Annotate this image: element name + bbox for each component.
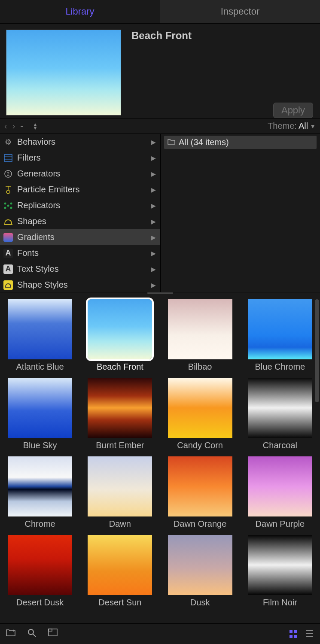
gradient-swatch	[8, 299, 72, 359]
gradient-tile-candy-corn[interactable]: Candy Corn	[165, 378, 236, 450]
category-column: ⚙Behaviors▶Filters▶2Generators▶Particle …	[0, 134, 161, 292]
window-icon[interactable]	[48, 629, 58, 639]
category-label: Replicators	[17, 200, 60, 210]
gradient-label: Desert Sun	[84, 598, 155, 608]
subfolder-label: All (34 items)	[179, 137, 229, 147]
gradient-label: Dawn Purple	[244, 519, 316, 529]
shape-style-icon	[3, 279, 14, 291]
top-tabs: Library Inspector	[0, 0, 320, 24]
gradient-swatch	[248, 299, 312, 359]
gradient-tile-charcoal[interactable]: Charcoal	[244, 378, 316, 450]
path-bar: ‹ › - ▲▼ Theme: All ▼	[0, 118, 320, 134]
gradient-label: Bilbao	[165, 362, 236, 372]
chevron-down-icon[interactable]: ▼	[310, 123, 316, 130]
svg-point-10	[4, 207, 6, 209]
category-text-styles[interactable]: AText Styles▶	[0, 261, 160, 277]
gradient-tile-bilbao[interactable]: Bilbao	[165, 299, 236, 372]
replicator-icon	[3, 200, 14, 211]
gradient-swatch	[88, 535, 152, 595]
category-label: Shape Styles	[17, 280, 68, 290]
chevron-right-icon: ▶	[151, 186, 156, 193]
filmstrip-icon	[3, 152, 14, 164]
chevron-right-icon: ▶	[151, 155, 156, 161]
path-stepper[interactable]: ▲▼	[33, 123, 38, 130]
search-icon[interactable]	[27, 629, 36, 639]
gradient-tile-blue-sky[interactable]: Blue Sky	[4, 378, 76, 450]
tab-library[interactable]: Library	[0, 0, 160, 23]
gradient-swatch	[248, 456, 312, 516]
svg-point-11	[10, 207, 12, 209]
gradient-tile-burnt-ember[interactable]: Burnt Ember	[84, 378, 155, 450]
chevron-right-icon: ▶	[151, 266, 156, 273]
theme-dropdown[interactable]: All	[299, 121, 308, 131]
gradient-label: Candy Corn	[165, 440, 236, 450]
grid-view-icon[interactable]	[289, 630, 298, 638]
list-view-icon[interactable]: ☰	[305, 629, 314, 640]
gradient-swatch	[168, 535, 232, 595]
gradient-tile-dusk[interactable]: Dusk	[165, 535, 236, 608]
gradient-label: Charcoal	[244, 440, 316, 450]
gradient-tile-desert-dusk[interactable]: Desert Dusk	[4, 535, 76, 608]
chevron-right-icon: ▶	[151, 234, 156, 241]
gradient-swatch	[168, 456, 232, 516]
gradient-swatch	[88, 299, 152, 359]
new-folder-icon[interactable]: +	[6, 629, 15, 639]
gradient-swatch	[88, 378, 152, 438]
svg-rect-20	[290, 630, 293, 633]
gradient-tile-dawn-purple[interactable]: Dawn Purple	[244, 456, 316, 529]
category-label: Gradients	[17, 232, 55, 242]
library-browser: ⚙Behaviors▶Filters▶2Generators▶Particle …	[0, 134, 320, 292]
gradient-label: Desert Dusk	[4, 598, 76, 608]
gradient-tile-blue-chrome[interactable]: Blue Chrome	[244, 299, 316, 372]
category-particle-emitters[interactable]: Particle Emitters▶	[0, 182, 160, 197]
chevron-right-icon: ▶	[151, 202, 156, 209]
scrollbar-thumb[interactable]	[315, 299, 319, 402]
footer-toolbar: + ☰	[0, 623, 320, 644]
gradient-tile-dawn[interactable]: Dawn	[84, 456, 155, 529]
apply-button[interactable]: Apply	[273, 103, 313, 118]
category-behaviors[interactable]: ⚙Behaviors▶	[0, 134, 160, 150]
category-fonts[interactable]: AFonts▶	[0, 245, 160, 261]
category-replicators[interactable]: Replicators▶	[0, 197, 160, 213]
category-generators[interactable]: 2Generators▶	[0, 166, 160, 182]
tab-inspector[interactable]: Inspector	[160, 0, 320, 23]
gradient-label: Blue Sky	[4, 440, 76, 450]
category-label: Text Styles	[17, 264, 59, 274]
svg-rect-18	[49, 629, 57, 636]
category-gradients[interactable]: Gradients▶	[0, 229, 160, 245]
category-shape-styles[interactable]: Shape Styles▶	[0, 277, 160, 292]
nav-back-icon[interactable]: ‹	[4, 121, 7, 131]
gradient-swatch	[8, 535, 72, 595]
svg-text:+: +	[12, 629, 15, 633]
gradient-tile-atlantic-blue[interactable]: Atlantic Blue	[4, 299, 76, 372]
gradient-swatch	[248, 378, 312, 438]
gradient-label: Dawn Orange	[165, 519, 236, 529]
gradient-tile-film-noir[interactable]: Film Noir	[244, 535, 316, 608]
gradient-label: Film Noir	[244, 598, 316, 608]
svg-rect-22	[290, 635, 293, 638]
shape-icon	[3, 216, 14, 227]
gradient-label: Blue Chrome	[244, 362, 316, 372]
svg-point-8	[4, 202, 6, 204]
svg-point-9	[10, 202, 12, 204]
svg-point-5	[6, 190, 10, 194]
category-shapes[interactable]: Shapes▶	[0, 213, 160, 229]
category-label: Fonts	[17, 248, 39, 258]
gradient-tile-dawn-orange[interactable]: Dawn Orange	[165, 456, 236, 529]
subfolder-all[interactable]: All (34 items)	[164, 136, 317, 149]
text-style-icon: A	[3, 264, 14, 275]
gradient-tile-chrome[interactable]: Chrome	[4, 456, 76, 529]
gradient-icon	[3, 232, 14, 243]
nav-forward-icon[interactable]: ›	[12, 121, 15, 131]
gradient-swatch	[88, 456, 152, 516]
generator-icon: 2	[3, 168, 14, 179]
chevron-right-icon: ▶	[151, 218, 156, 225]
gradient-tile-desert-sun[interactable]: Desert Sun	[84, 535, 155, 608]
theme-label: Theme:	[268, 121, 297, 131]
gradient-tile-beach-front[interactable]: Beach Front	[84, 299, 155, 372]
folder-icon	[168, 138, 175, 147]
category-filters[interactable]: Filters▶	[0, 150, 160, 166]
gradient-grid: Atlantic BlueBeach FrontBilbaoBlue Chrom…	[4, 299, 316, 608]
gradient-label: Chrome	[4, 519, 76, 529]
resize-handle[interactable]	[147, 292, 173, 294]
